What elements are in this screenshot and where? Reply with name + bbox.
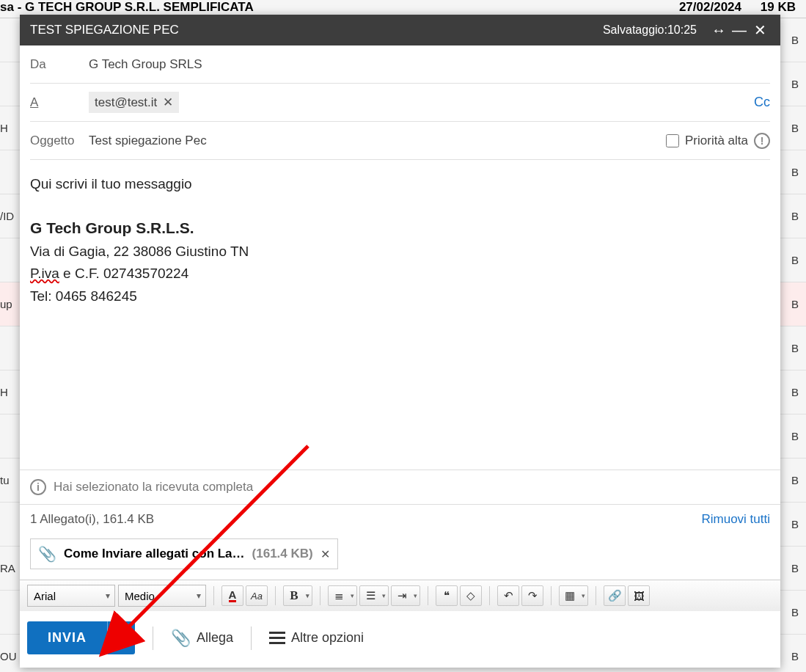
paperclip-icon: 📎 bbox=[38, 545, 56, 563]
attachments-summary: 1 Allegato(i), 161.4 KB bbox=[30, 512, 701, 527]
quote-button[interactable]: ❝ bbox=[436, 585, 458, 606]
clear-format-button[interactable]: ◇ bbox=[460, 585, 482, 606]
priority-info-icon[interactable]: ! bbox=[754, 133, 770, 149]
titlebar: TEST SPIEGAZIONE PEC Salvataggio:10:25 ↔… bbox=[20, 15, 780, 45]
expand-icon[interactable]: ↔ bbox=[708, 22, 729, 39]
attachment-name: Come Inviare allegati con La… bbox=[64, 547, 245, 561]
recipient-chip[interactable]: test@test.it ✕ bbox=[89, 92, 179, 113]
font-select[interactable]: Arial bbox=[27, 585, 115, 607]
sig-company: G Tech Group S.R.L.S. bbox=[30, 216, 770, 241]
body-placeholder: Qui scrivi il tuo messaggio bbox=[30, 173, 770, 195]
text-color-button[interactable]: A bbox=[221, 585, 243, 606]
bullet-list-button[interactable]: ≣ bbox=[328, 585, 357, 606]
from-value: G Tech Group SRLS bbox=[89, 57, 770, 72]
sig-tel: Tel: 0465 846245 bbox=[30, 285, 770, 307]
cc-button[interactable]: Cc bbox=[754, 95, 770, 110]
font-size-select[interactable]: Medio bbox=[118, 585, 206, 607]
subject-label: Oggetto bbox=[30, 134, 89, 148]
close-icon[interactable]: ✕ bbox=[750, 21, 770, 39]
attachment-size: (161.4 KB) bbox=[252, 547, 313, 561]
bold-button[interactable]: B bbox=[283, 585, 312, 606]
text-style-button[interactable]: Aa bbox=[246, 585, 268, 606]
attach-icon: 📎 bbox=[171, 629, 191, 648]
remove-attachment-icon[interactable]: ✕ bbox=[320, 547, 330, 561]
link-button[interactable]: 🔗 bbox=[604, 585, 626, 606]
compose-window: TEST SPIEGAZIONE PEC Salvataggio:10:25 ↔… bbox=[20, 15, 780, 668]
minimize-icon[interactable]: — bbox=[729, 22, 750, 39]
remove-recipient-icon[interactable]: ✕ bbox=[163, 95, 173, 110]
subject-row: Oggetto Test spiegazione Pec Priorità al… bbox=[30, 122, 770, 160]
undo-button[interactable]: ↶ bbox=[497, 585, 519, 606]
attachments-bar: 1 Allegato(i), 161.4 KB Rimuovi tutti bbox=[20, 504, 780, 534]
send-dropdown[interactable]: ▼ bbox=[107, 621, 135, 654]
info-icon: i bbox=[30, 479, 46, 495]
receipt-text: Hai selezionato la ricevuta completa bbox=[54, 480, 253, 494]
menu-icon bbox=[269, 632, 285, 644]
more-options-button[interactable]: Altre opzioni bbox=[269, 630, 364, 646]
to-label[interactable]: A bbox=[30, 95, 89, 110]
bg-header-size: 19 KB bbox=[741, 0, 800, 15]
image-button[interactable]: 🖼 bbox=[628, 585, 650, 606]
from-row: Da G Tech Group SRLS bbox=[30, 45, 770, 84]
save-status: Salvataggio:10:25 bbox=[603, 23, 697, 37]
signature: G Tech Group S.R.L.S. Via di Gagia, 22 3… bbox=[30, 216, 770, 307]
remove-all-link[interactable]: Rimuovi tutti bbox=[701, 512, 770, 527]
send-button[interactable]: INVIA bbox=[27, 621, 107, 654]
bg-header-date: 27/02/2024 bbox=[646, 0, 741, 15]
priority-label: Priorità alta bbox=[685, 134, 748, 148]
bg-header-subject: sa - G TECH GROUP S.R.L. SEMPLIFICATA bbox=[0, 0, 646, 15]
to-row: A test@test.it ✕ Cc bbox=[30, 84, 770, 122]
receipt-info-bar: i Hai selezionato la ricevuta completa bbox=[20, 470, 780, 504]
priority-checkbox[interactable] bbox=[666, 134, 679, 147]
attachment-chip[interactable]: 📎 Come Inviare allegati con La… (161.4 K… bbox=[30, 538, 338, 569]
sig-address: Via di Gagia, 22 38086 Giustino TN bbox=[30, 241, 770, 263]
window-title: TEST SPIEGAZIONE PEC bbox=[30, 23, 603, 37]
format-toolbar: Arial Medio A Aa B ≣ ☰ ⇥ ❝ ◇ ↶ ↷ ▦ 🔗 🖼 bbox=[20, 580, 780, 611]
attach-button[interactable]: 📎 Allega bbox=[171, 629, 233, 648]
recipient-email: test@test.it bbox=[95, 95, 157, 110]
sig-piva: P.iva e C.F. 02743570224 bbox=[30, 263, 770, 285]
send-bar: INVIA ▼ 📎 Allega Altre opzioni bbox=[20, 611, 780, 668]
indent-button[interactable]: ⇥ bbox=[391, 585, 420, 606]
insert-button[interactable]: ▦ bbox=[559, 585, 588, 606]
numbered-list-button[interactable]: ☰ bbox=[359, 585, 389, 606]
message-body[interactable]: Qui scrivi il tuo messaggio G Tech Group… bbox=[20, 160, 780, 470]
redo-button[interactable]: ↷ bbox=[521, 585, 543, 606]
from-label: Da bbox=[30, 57, 89, 72]
